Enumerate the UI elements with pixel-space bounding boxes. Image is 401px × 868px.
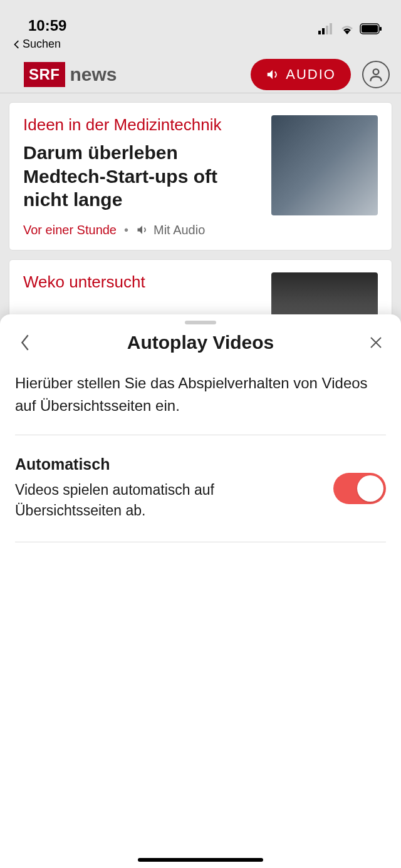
meta-separator: • (124, 223, 128, 237)
toggle-knob (357, 475, 383, 502)
news-card[interactable]: Ideen in der Medizintechnik Darum überle… (9, 102, 392, 251)
news-card[interactable]: Weko untersucht (9, 259, 392, 322)
speaker-small-icon (136, 224, 148, 236)
settings-sheet: Autoplay Videos Hierüber stellen Sie das… (0, 314, 401, 868)
svg-rect-2 (326, 26, 328, 34)
article-time: Vor einer Stunde (23, 223, 117, 237)
autoplay-setting-row: Automatisch Videos spielen automatisch a… (0, 435, 401, 542)
battery-icon (360, 23, 382, 34)
setting-label: Automatisch (15, 455, 321, 473)
logo-box: SRF (24, 62, 65, 87)
logo-text: news (70, 64, 117, 85)
cellular-icon (318, 23, 335, 34)
svg-rect-5 (362, 25, 378, 33)
svg-rect-6 (380, 27, 382, 31)
svg-rect-0 (318, 31, 321, 34)
news-feed: Ideen in der Medizintechnik Darum überle… (0, 93, 401, 339)
home-indicator[interactable] (138, 858, 263, 862)
person-icon (368, 66, 384, 83)
sheet-back-button[interactable] (15, 333, 35, 353)
article-thumbnail (271, 272, 378, 316)
autoplay-toggle[interactable] (333, 473, 386, 504)
svg-rect-1 (322, 28, 325, 34)
status-time: 10:59 (28, 17, 66, 34)
chevron-left-icon (19, 334, 31, 351)
article-audio-badge: Mit Audio (136, 223, 205, 237)
speaker-icon (266, 68, 279, 81)
article-thumbnail (271, 115, 378, 215)
profile-button[interactable] (362, 61, 390, 88)
article-kicker: Weko untersucht (23, 272, 259, 292)
article-kicker: Ideen in der Medizintechnik (23, 115, 259, 135)
wifi-icon (340, 23, 355, 34)
status-bar: 10:59 (0, 0, 401, 38)
audio-button[interactable]: AUDIO (251, 59, 351, 90)
divider (15, 542, 386, 542)
audio-button-label: AUDIO (286, 66, 336, 83)
back-caret-icon (13, 40, 21, 49)
article-headline: Darum überleben Medtech-Start-ups oft ni… (23, 141, 259, 212)
sheet-close-button[interactable] (366, 333, 386, 353)
article-meta: Vor einer Stunde • Mit Audio (23, 223, 259, 237)
sheet-title: Autoplay Videos (127, 332, 274, 353)
back-label: Suchen (23, 38, 61, 51)
back-to-search[interactable]: Suchen (0, 38, 401, 56)
svg-rect-3 (330, 23, 332, 34)
sheet-description: Hierüber stellen Sie das Abspielverhalte… (0, 372, 401, 435)
app-header: SRF news AUDIO (0, 56, 401, 93)
status-icons (318, 23, 382, 34)
close-icon (368, 335, 383, 350)
app-logo[interactable]: SRF news (24, 62, 117, 87)
svg-point-7 (373, 69, 379, 75)
setting-description: Videos spielen automatisch auf Übersicht… (15, 480, 321, 522)
